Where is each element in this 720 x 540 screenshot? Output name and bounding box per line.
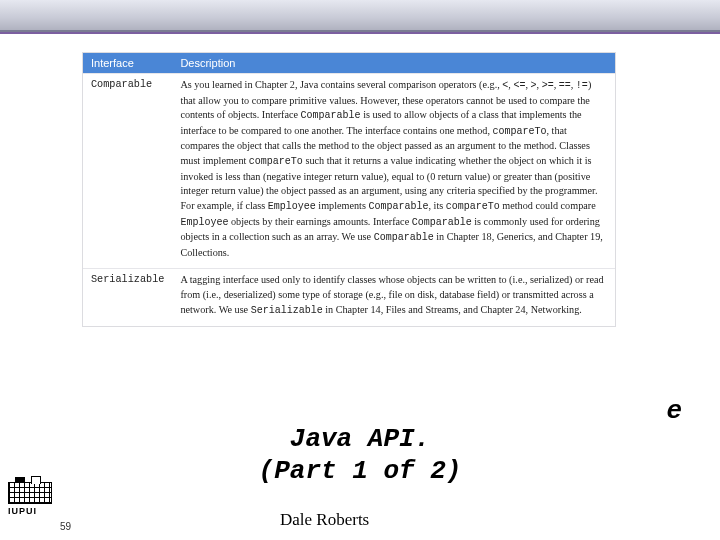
logo-icon: [8, 482, 52, 504]
footer-author: Dale Roberts: [280, 510, 369, 530]
table-row: Comparable As you learned in Chapter 2, …: [83, 74, 615, 269]
accent-line: [0, 32, 720, 34]
cropped-title-fragment: e: [666, 396, 682, 426]
slide-title-line1: Java API.: [290, 424, 430, 454]
iupui-logo: IUPUI: [8, 482, 52, 518]
slide-header-bar: [0, 0, 720, 32]
table-row: Serializable A tagging interface used on…: [83, 269, 615, 327]
interface-name-cell: Comparable: [83, 74, 172, 269]
slide-title-line2: (Part 1 of 2): [259, 456, 462, 486]
col-header-description: Description: [172, 53, 615, 74]
slide-title: Java API. (Part 1 of 2): [0, 424, 720, 487]
col-header-interface: Interface: [83, 53, 172, 74]
page-number: 59: [60, 521, 71, 532]
interfaces-table: Interface Description Comparable As you …: [83, 53, 615, 326]
interface-name-cell: Serializable: [83, 269, 172, 327]
interface-description-cell: As you learned in Chapter 2, Java contai…: [172, 74, 615, 269]
interface-description-cell: A tagging interface used only to identif…: [172, 269, 615, 327]
interfaces-table-panel: Interface Description Comparable As you …: [82, 52, 616, 327]
logo-text: IUPUI: [8, 506, 52, 516]
